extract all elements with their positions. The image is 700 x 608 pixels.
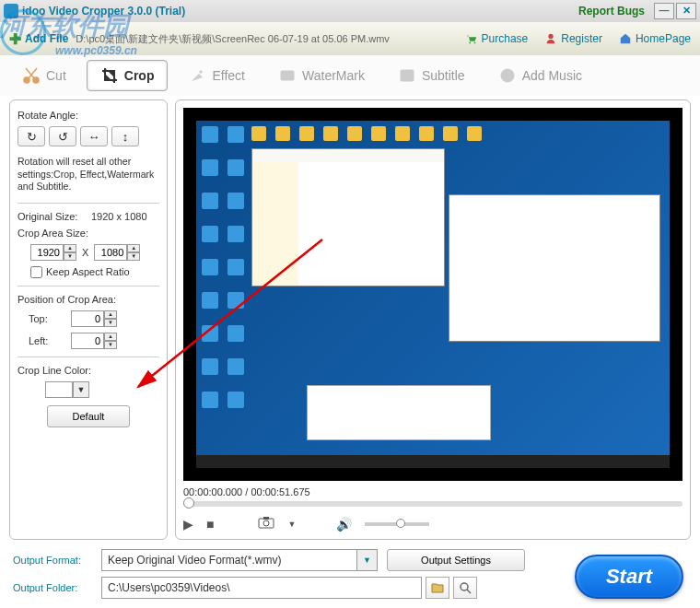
volume-slider[interactable] (365, 522, 429, 526)
purchase-link[interactable]: Purchase (465, 32, 529, 45)
rotation-note: Rotation will reset all other settings:C… (18, 156, 159, 193)
output-folder-label: Output Folder: (13, 582, 101, 593)
tab-subtitle[interactable]: ST Subtitle (385, 61, 478, 90)
crop-width-down[interactable]: ▼ (64, 252, 76, 261)
svg-point-1 (473, 42, 475, 44)
left-pos-label: Left: (29, 335, 71, 346)
svg-text:ST: ST (402, 73, 412, 79)
top-input[interactable] (71, 310, 104, 327)
left-up[interactable]: ▲ (104, 333, 117, 341)
svg-point-2 (549, 34, 554, 39)
default-button[interactable]: Default (47, 405, 130, 427)
svg-point-0 (469, 42, 471, 44)
file-path: D:\pc0桌面\新建文件夹\新视频\ScreenRec 06-07-19 at… (76, 32, 390, 46)
original-size-label: Original Size: (18, 211, 91, 222)
left-down[interactable]: ▼ (104, 341, 117, 349)
output-format-label: Output Format: (13, 555, 101, 566)
left-input[interactable] (71, 333, 104, 349)
crop-width-input[interactable] (30, 244, 64, 261)
tab-effect[interactable]: Effect (175, 61, 258, 90)
crop-color-dropdown[interactable]: ▼ (73, 381, 89, 398)
browse-folder-button[interactable] (453, 577, 477, 599)
play-button[interactable]: ▶ (183, 517, 193, 532)
seek-slider[interactable] (183, 501, 682, 507)
crop-width-up[interactable]: ▲ (64, 244, 76, 252)
close-button[interactable]: ✕ (676, 3, 696, 19)
crop-height-stepper[interactable]: ▲▼ (94, 244, 140, 261)
crop-settings-panel: Rotate Angle: ↻ ↺ ↔ ↕ Rotation will rese… (9, 99, 168, 540)
output-format-combo[interactable]: ▼ (101, 549, 378, 571)
app-title: idoo Video Cropper 3.0.0 (Trial) (22, 5, 185, 18)
video-preview[interactable] (183, 108, 682, 481)
original-size-value: 1920 x 1080 (91, 211, 147, 222)
top-label: Top: (29, 313, 71, 324)
svg-point-10 (506, 74, 509, 77)
output-format-input[interactable] (101, 549, 357, 571)
crop-area-size-label: Crop Area Size: (18, 228, 159, 239)
timecode-display: 00:00:00.000 / 00:00:51.675 (183, 486, 682, 497)
svg-point-15 (461, 583, 468, 590)
snapshot-button[interactable] (258, 516, 274, 532)
flip-vertical-button[interactable]: ↕ (111, 126, 139, 146)
keep-aspect-checkbox[interactable] (30, 266, 42, 278)
tab-cut[interactable]: Cut (9, 61, 79, 90)
svg-point-12 (263, 520, 269, 526)
title-bar: idoo Video Cropper 3.0.0 (Trial) Report … (0, 0, 700, 22)
top-down[interactable]: ▼ (104, 319, 117, 327)
tab-add-music[interactable]: Add Music (485, 61, 595, 90)
svg-rect-13 (263, 517, 269, 520)
crop-width-stepper[interactable]: ▲▼ (30, 244, 76, 261)
crop-height-input[interactable] (94, 244, 127, 261)
rotate-angle-label: Rotate Angle: (18, 110, 159, 121)
rotate-cw-button[interactable]: ↻ (18, 126, 45, 146)
output-folder-input[interactable] (101, 577, 422, 599)
crop-line-color-label: Crop Line Color: (18, 365, 159, 376)
homepage-link[interactable]: HomePage (619, 32, 691, 45)
start-button[interactable]: Start (575, 555, 683, 599)
tab-bar: Cut Crop Effect WaterMark ST Subtitle Ad… (0, 55, 700, 96)
preview-panel: 00:00:00.000 / 00:00:51.675 ▶ ■ ▼ 🔊 (175, 99, 691, 540)
tab-watermark[interactable]: WaterMark (265, 61, 378, 90)
app-logo-icon (4, 4, 18, 18)
crop-height-up[interactable]: ▲ (127, 244, 140, 252)
minimize-button[interactable]: — (654, 3, 674, 19)
plus-icon: ✚ (9, 30, 21, 48)
snapshot-dropdown[interactable]: ▼ (287, 520, 296, 529)
crop-height-down[interactable]: ▼ (127, 252, 140, 261)
seek-thumb[interactable] (183, 497, 194, 509)
keep-aspect-label: Keep Aspect Ratio (46, 266, 130, 277)
stop-button[interactable]: ■ (206, 517, 214, 532)
main-content: Rotate Angle: ↻ ↺ ↔ ↕ Rotation will rese… (0, 96, 700, 544)
register-link[interactable]: Register (544, 32, 602, 45)
open-folder-button[interactable] (426, 577, 449, 599)
report-bugs-link[interactable]: Report Bugs (578, 5, 645, 18)
top-up[interactable]: ▲ (104, 310, 117, 319)
crop-color-swatch[interactable] (45, 381, 73, 398)
tab-crop[interactable]: Crop (87, 60, 169, 91)
position-label: Position of Crop Area: (18, 294, 159, 305)
top-stepper[interactable]: ▲▼ (71, 310, 117, 327)
output-format-dropdown[interactable]: ▼ (357, 549, 378, 571)
volume-icon[interactable]: 🔊 (336, 517, 352, 532)
output-settings-button[interactable]: Output Settings (387, 549, 525, 571)
left-stepper[interactable]: ▲▼ (71, 333, 117, 349)
rotate-ccw-button[interactable]: ↺ (49, 126, 76, 146)
add-file-button[interactable]: ✚ Add File (9, 30, 68, 48)
header-toolbar: ✚ Add File D:\pc0桌面\新建文件夹\新视频\ScreenRec … (0, 22, 700, 55)
flip-horizontal-button[interactable]: ↔ (80, 126, 108, 146)
